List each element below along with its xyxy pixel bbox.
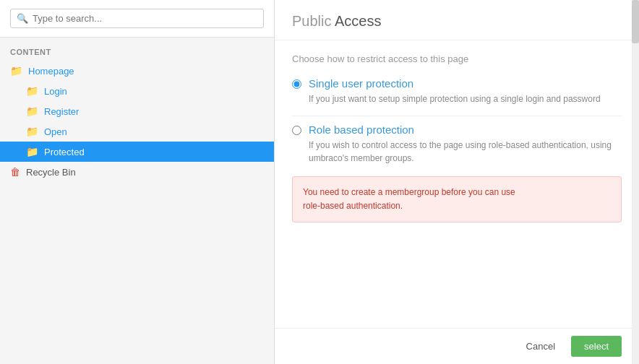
- sidebar-item-register[interactable]: 📁 Register: [0, 101, 274, 121]
- option1-desc: If you just want to setup simple protect…: [309, 92, 601, 105]
- recycle-bin-label: Recycle Bin: [26, 167, 76, 178]
- option-role-based-content: Role based protection If you wish to con…: [309, 124, 622, 165]
- option2-desc: If you wish to control access to the pag…: [309, 139, 622, 165]
- sidebar-item-protected[interactable]: 📁 Protected: [0, 142, 274, 162]
- right-content: Choose how to restrict access to this pa…: [275, 40, 639, 328]
- radio-single-user[interactable]: [292, 79, 301, 89]
- sidebar-item-label-active: Protected: [44, 147, 85, 157]
- radio-role-based[interactable]: [292, 126, 301, 135]
- option-single-user: Single user protection If you just want …: [292, 77, 622, 105]
- folder-icon: 📁: [10, 65, 22, 77]
- sidebar-item-login[interactable]: 📁 Login: [0, 81, 274, 101]
- select-button[interactable]: select: [571, 336, 622, 357]
- search-input-wrap[interactable]: 🔍: [10, 9, 264, 28]
- sidebar-item-homepage[interactable]: 📁 Homepage: [0, 61, 274, 81]
- folder-icon: 📁: [26, 126, 38, 137]
- folder-icon: 📁: [26, 105, 38, 117]
- search-icon: 🔍: [17, 13, 28, 24]
- option1-label: Single user protection: [309, 77, 601, 90]
- cancel-button[interactable]: Cancel: [518, 337, 564, 356]
- sidebar-item-recycle-bin[interactable]: 🗑 Recycle Bin: [0, 162, 274, 182]
- left-panel: 🔍 CONTENT 📁 Homepage 📁 Login 📁 Register …: [0, 0, 275, 364]
- title-rest: Access: [331, 13, 381, 29]
- sidebar-item-open[interactable]: 📁 Open: [0, 121, 274, 142]
- sidebar-item-label: Homepage: [28, 66, 74, 77]
- search-input[interactable]: [33, 13, 257, 24]
- scrollbar-thumb[interactable]: [632, 0, 639, 43]
- folder-icon-active: 📁: [26, 146, 38, 157]
- sidebar-item-label: Register: [44, 106, 79, 117]
- page-title: Public Access: [292, 13, 622, 30]
- trash-icon: 🗑: [10, 166, 20, 178]
- description-text: Choose how to restrict access to this pa…: [292, 53, 622, 64]
- option-role-based: Role based protection If you wish to con…: [292, 124, 622, 165]
- scrollbar-track[interactable]: [632, 0, 639, 364]
- folder-icon: 📁: [26, 85, 38, 97]
- error-box: You need to create a membergroup before …: [292, 176, 622, 222]
- section-label: CONTENT: [0, 38, 274, 61]
- option2-label: Role based protection: [309, 124, 622, 136]
- right-header: Public Access: [275, 0, 639, 40]
- search-bar: 🔍: [0, 0, 274, 38]
- sidebar-item-label: Open: [44, 126, 67, 137]
- right-footer: Cancel select: [275, 328, 639, 364]
- title-pub: Public: [292, 13, 331, 29]
- content-section: CONTENT 📁 Homepage 📁 Login 📁 Register 📁 …: [0, 38, 274, 364]
- sidebar-item-label: Login: [44, 86, 67, 97]
- error-line1: You need to create a membergroup before …: [303, 186, 611, 213]
- divider: [292, 116, 622, 116]
- right-panel: Public Access Choose how to restrict acc…: [275, 0, 639, 364]
- option-single-user-content: Single user protection If you just want …: [309, 77, 601, 105]
